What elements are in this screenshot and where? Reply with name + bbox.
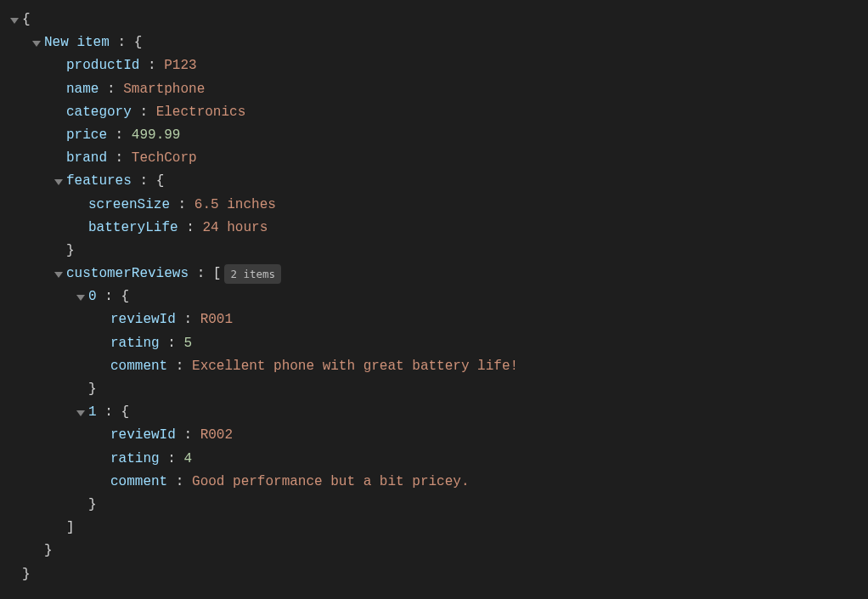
prop-row-brand: brand : TechCorp [7, 147, 861, 170]
prop-row-category: category : Electronics [7, 101, 861, 124]
chevron-down-icon[interactable] [73, 293, 88, 302]
items-count-badge: 2 items [224, 264, 281, 284]
brace-open: { [22, 8, 31, 31]
key-price: price [66, 124, 107, 147]
val-name: Smartphone [123, 78, 205, 101]
key-customerReviews: customerReviews [66, 263, 189, 285]
brace-open: { [134, 31, 143, 54]
chevron-down-icon[interactable] [7, 16, 22, 25]
prop-row-batteryLife: batteryLife : 24 hours [7, 217, 861, 240]
prop-row-comment-1: comment : Good performance but a bit pri… [7, 471, 861, 494]
customer-reviews-close-row: ] [7, 517, 861, 540]
val-brand: TechCorp [132, 147, 197, 170]
root-close-row: } [7, 563, 861, 586]
review-1-close-row: } [7, 494, 861, 517]
prop-row-reviewId-1: reviewId : R002 [7, 424, 861, 447]
review-0-open-row: 0 : { [7, 285, 861, 308]
chevron-down-icon[interactable] [51, 178, 66, 186]
prop-row-screenSize: screenSize : 6.5 inches [7, 194, 861, 217]
prop-row-productId: productId : P123 [7, 54, 861, 77]
key-index-0: 0 [88, 285, 97, 308]
key-category: category [66, 101, 132, 124]
key-brand: brand [66, 147, 107, 170]
val-productId: P123 [164, 54, 196, 77]
prop-row-rating-1: rating : 4 [7, 448, 861, 471]
prop-row-price: price : 499.99 [7, 124, 861, 147]
colon: : [110, 31, 134, 54]
key-features: features [66, 170, 132, 193]
key-index-1: 1 [88, 401, 97, 424]
prop-row-comment-0: comment : Excellent phone with great bat… [7, 355, 861, 378]
key-name: name [66, 78, 99, 101]
new-item-open-row: New item : { [7, 31, 861, 54]
chevron-down-icon[interactable] [73, 409, 88, 417]
features-open-row: features : { [7, 170, 861, 193]
root-open-row: { [7, 8, 861, 31]
val-price: 499.99 [132, 124, 181, 147]
chevron-down-icon[interactable] [51, 270, 66, 279]
val-category: Electronics [156, 101, 246, 124]
key-screenSize: screenSize [88, 194, 170, 217]
val-batteryLife: 24 hours [202, 217, 268, 240]
features-close-row: } [7, 240, 861, 263]
key-batteryLife: batteryLife [88, 217, 178, 240]
key-new-item: New item [44, 31, 110, 54]
new-item-close-row: } [7, 540, 861, 562]
customer-reviews-open-row: customerReviews : [ 2 items [7, 263, 861, 285]
prop-row-name: name : Smartphone [7, 78, 861, 101]
key-productId: productId [66, 54, 139, 77]
review-1-open-row: 1 : { [7, 401, 861, 424]
prop-row-reviewId-0: reviewId : R001 [7, 308, 861, 331]
json-viewer: { New item : { productId : P123 name : S… [0, 0, 868, 595]
review-0-close-row: } [7, 378, 861, 401]
val-screenSize: 6.5 inches [194, 194, 276, 217]
prop-row-rating-0: rating : 5 [7, 332, 861, 355]
chevron-down-icon[interactable] [29, 39, 44, 48]
